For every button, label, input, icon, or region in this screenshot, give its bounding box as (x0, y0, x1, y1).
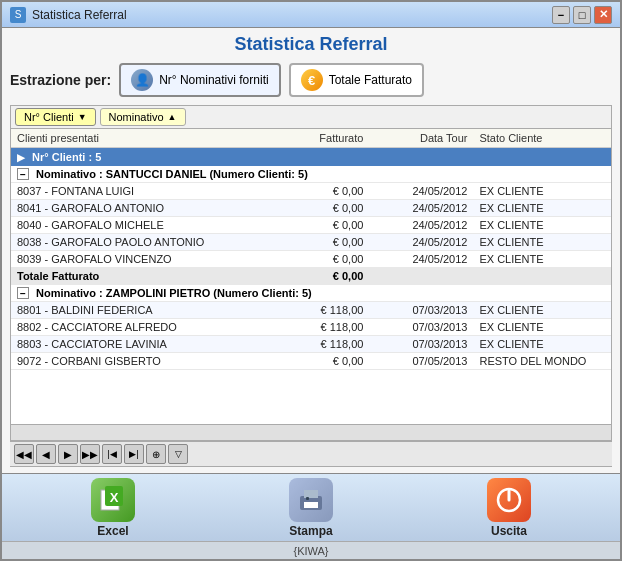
cell-fatturato: € 118,00 (265, 302, 369, 319)
subgroup1-label: Nominativo : (36, 168, 106, 180)
table-row[interactable]: 8039 - GAROFALO VINCENZO € 0,00 24/05/20… (11, 251, 611, 268)
euro-icon: € (301, 69, 323, 91)
subgroup2-row[interactable]: − Nominativo : ZAMPOLINI PIETRO (Numero … (11, 285, 611, 302)
content-area: Statistica Referral Estrazione per: 👤 Nr… (2, 28, 620, 473)
uscita-label: Uscita (491, 524, 527, 538)
uscita-icon (487, 478, 531, 522)
btn-nominativi[interactable]: 👤 Nr° Nominativi forniti (119, 63, 281, 97)
svg-rect-5 (304, 502, 318, 508)
collapse-icon-2[interactable]: − (17, 287, 29, 299)
page-title: Statistica Referral (10, 34, 612, 55)
cell-datatour: 24/05/2012 (369, 251, 473, 268)
tag-nominativo[interactable]: Nominativo ▲ (100, 108, 186, 126)
excel-label: Excel (97, 524, 128, 538)
cell-name: 8040 - GAROFALO MICHELE (11, 217, 265, 234)
cell-fatturato: € 118,00 (265, 336, 369, 353)
totale-empty1 (369, 268, 473, 285)
col-header-fatturato: Fatturato (265, 129, 369, 148)
stampa-button[interactable]: Stampa (289, 478, 333, 538)
cell-stato: EX CLIENTE (473, 302, 611, 319)
table-row[interactable]: 8802 - CACCIATORE ALFREDO € 118,00 07/03… (11, 319, 611, 336)
table-row[interactable]: 9072 - CORBANI GISBERTO € 0,00 07/05/201… (11, 353, 611, 370)
subgroup2-label: Nominativo : (36, 287, 106, 299)
extraction-label: Estrazione per: (10, 72, 111, 88)
totale-empty2 (473, 268, 611, 285)
table-row[interactable]: 8803 - CACCIATORE LAVINIA € 118,00 07/03… (11, 336, 611, 353)
tag-nr-clienti-label: Nr° Clienti (24, 111, 74, 123)
cell-name: 8039 - GAROFALO VINCENZO (11, 251, 265, 268)
cell-stato: EX CLIENTE (473, 234, 611, 251)
uscita-button[interactable]: Uscita (487, 478, 531, 538)
chevron-up-icon: ▲ (168, 112, 177, 122)
btn-fatturato-label: Totale Fatturato (329, 73, 412, 87)
col-header-datatour: Data Tour (369, 129, 473, 148)
cell-datatour: 24/05/2012 (369, 217, 473, 234)
table-row[interactable]: 8037 - FONTANA LUIGI € 0,00 24/05/2012 E… (11, 183, 611, 200)
cell-fatturato: € 0,00 (265, 200, 369, 217)
collapse-icon[interactable]: − (17, 168, 29, 180)
table-container: Nr° Clienti ▼ Nominativo ▲ Clienti prese… (10, 105, 612, 441)
cell-name: 8801 - BALDINI FEDERICA (11, 302, 265, 319)
maximize-button[interactable]: □ (573, 6, 591, 24)
stampa-label: Stampa (289, 524, 332, 538)
cell-name: 8038 - GAROFALO PAOLO ANTONIO (11, 234, 265, 251)
nav-step-fwd-button[interactable]: ▶| (124, 444, 144, 464)
col-header-clienti: Clienti presentati (11, 129, 265, 148)
excel-icon: X (91, 478, 135, 522)
nav-first-button[interactable]: ◀◀ (14, 444, 34, 464)
svg-rect-6 (306, 497, 309, 500)
subgroup1-cell: − Nominativo : SANTUCCI DANIEL (Numero C… (11, 166, 611, 183)
cell-name: 8802 - CACCIATORE ALFREDO (11, 319, 265, 336)
nav-step-back-button[interactable]: |◀ (102, 444, 122, 464)
close-button[interactable]: ✕ (594, 6, 612, 24)
table-header-row: Clienti presentati Fatturato Data Tour S… (11, 129, 611, 148)
nav-filter-button[interactable]: ▽ (168, 444, 188, 464)
table-scroll[interactable]: Clienti presentati Fatturato Data Tour S… (11, 129, 611, 424)
minimize-button[interactable]: − (552, 6, 570, 24)
window-controls: − □ ✕ (552, 6, 612, 24)
subgroup2-name: ZAMPOLINI PIETRO (Numero Clienti: 5) (106, 287, 312, 299)
nav-play-button[interactable]: ▶ (58, 444, 78, 464)
cell-stato: EX CLIENTE (473, 251, 611, 268)
subgroup1-row[interactable]: − Nominativo : SANTUCCI DANIEL (Numero C… (11, 166, 611, 183)
totale-row: Totale Fatturato € 0,00 (11, 268, 611, 285)
excel-button[interactable]: X Excel (91, 478, 135, 538)
group1-header-text: Nr° Clienti : 5 (32, 151, 101, 163)
table-row[interactable]: 8040 - GAROFALO MICHELE € 0,00 24/05/201… (11, 217, 611, 234)
group1-header-row[interactable]: Nr° Clienti : 5 (11, 148, 611, 167)
tag-bar: Nr° Clienti ▼ Nominativo ▲ (11, 106, 611, 129)
scrollbar-horizontal[interactable] (11, 424, 611, 440)
tag-nr-clienti[interactable]: Nr° Clienti ▼ (15, 108, 96, 126)
group1-header-cell: Nr° Clienti : 5 (11, 148, 611, 167)
cell-fatturato: € 0,00 (265, 251, 369, 268)
table-row[interactable]: 8041 - GAROFALO ANTONIO € 0,00 24/05/201… (11, 200, 611, 217)
table-row[interactable]: 8801 - BALDINI FEDERICA € 118,00 07/03/2… (11, 302, 611, 319)
nav-add-button[interactable]: ⊕ (146, 444, 166, 464)
subgroup1-name: SANTUCCI DANIEL (Numero Clienti: 5) (106, 168, 308, 180)
printer-icon-svg (296, 486, 326, 514)
window-title: Statistica Referral (32, 8, 552, 22)
cell-fatturato: € 0,00 (265, 183, 369, 200)
extraction-bar: Estrazione per: 👤 Nr° Nominativi forniti… (10, 63, 612, 97)
stampa-icon (289, 478, 333, 522)
table-row[interactable]: 8038 - GAROFALO PAOLO ANTONIO € 0,00 24/… (11, 234, 611, 251)
excel-icon-svg: X (99, 486, 127, 514)
app-icon: S (10, 7, 26, 23)
cell-stato: EX CLIENTE (473, 217, 611, 234)
status-text: {KIWA} (293, 545, 328, 557)
nav-last-button[interactable]: ▶▶ (80, 444, 100, 464)
cell-stato: EX CLIENTE (473, 336, 611, 353)
btn-fatturato[interactable]: € Totale Fatturato (289, 63, 424, 97)
nav-prev-button[interactable]: ◀ (36, 444, 56, 464)
totale-value: € 0,00 (265, 268, 369, 285)
col-header-stato: Stato Cliente (473, 129, 611, 148)
cell-fatturato: € 0,00 (265, 353, 369, 370)
main-window: S Statistica Referral − □ ✕ Statistica R… (0, 0, 622, 561)
cell-fatturato: € 0,00 (265, 217, 369, 234)
cell-datatour: 24/05/2012 (369, 200, 473, 217)
power-icon-svg (495, 486, 523, 514)
cell-stato: EX CLIENTE (473, 200, 611, 217)
chevron-down-icon: ▼ (78, 112, 87, 122)
status-bar: {KIWA} (2, 541, 620, 559)
cell-name: 8041 - GAROFALO ANTONIO (11, 200, 265, 217)
